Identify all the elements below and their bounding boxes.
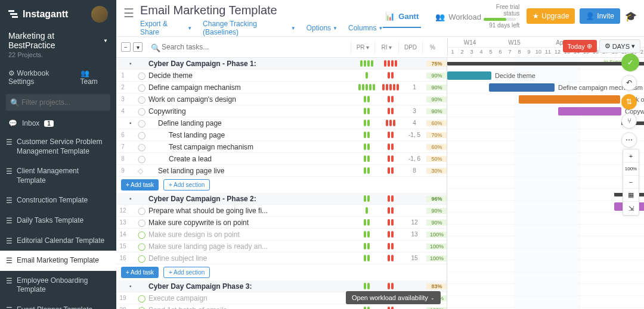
task-row[interactable]: 8◯Create a lead-1, 650% bbox=[116, 153, 447, 165]
add-section-button[interactable]: + Add section bbox=[163, 267, 210, 278]
zoom-in-button[interactable]: + bbox=[623, 149, 639, 163]
more-button[interactable]: ⋯ bbox=[621, 132, 637, 148]
task-row[interactable]: 7◯Test campaign mechanism60% bbox=[116, 141, 447, 153]
workload-availability-button[interactable]: Open workload availability ⌄ bbox=[346, 291, 441, 304]
expand-toggle[interactable]: ▪ bbox=[129, 60, 138, 67]
header-menu-item[interactable]: Options ▼ bbox=[306, 20, 338, 36]
complete-icon[interactable]: ◇ bbox=[138, 167, 147, 175]
user-avatar[interactable] bbox=[91, 6, 108, 23]
task-bar[interactable]: Decide theme bbox=[447, 71, 491, 80]
project-title: Email Marketing Template bbox=[140, 4, 383, 17]
header-menu-item[interactable]: Columns ▼ bbox=[348, 20, 383, 36]
complete-icon[interactable]: ◯ bbox=[138, 207, 147, 215]
complete-icon[interactable]: ◯ bbox=[138, 219, 147, 227]
sidebar-project-item[interactable]: ☰Event Planner Template bbox=[0, 300, 116, 309]
task-row[interactable]: 2◯Define campaign mechanism190% bbox=[116, 82, 447, 93]
gantt-chart[interactable]: In Sync Cyber Day Campaign - PhDecide th… bbox=[447, 58, 644, 309]
column-percent[interactable]: % bbox=[422, 40, 442, 54]
days-scale-button[interactable]: ⚙ DAYS ▾ bbox=[599, 39, 640, 53]
gantt-row: Make sure design bbox=[447, 224, 644, 236]
complete-icon[interactable]: ◯ bbox=[138, 242, 147, 251]
undo-button[interactable]: ↶ bbox=[621, 75, 637, 90]
graduation-icon[interactable]: 🎓 bbox=[625, 11, 637, 22]
expand-toggle[interactable]: ▪ bbox=[129, 195, 138, 202]
task-bar[interactable]: Work on campaign's design bbox=[519, 95, 620, 104]
complete-icon[interactable]: ◯ bbox=[138, 131, 147, 139]
complete-icon[interactable]: ◯ bbox=[138, 143, 147, 151]
task-row[interactable]: ▪◯Define landing page460% bbox=[116, 117, 447, 129]
task-row[interactable]: 3◯Work on campaign's design90% bbox=[116, 93, 447, 105]
search-tasks-input[interactable] bbox=[148, 39, 348, 55]
task-bar[interactable]: Copywriting bbox=[558, 107, 621, 116]
section-row[interactable]: ▪Cyber Day Campaign - Phase 1:75% bbox=[116, 58, 447, 70]
tab-gantt[interactable]: 📊 Gantt bbox=[383, 8, 421, 28]
sidebar-project-item[interactable]: ☰Daily Tasks Template bbox=[0, 211, 116, 231]
expand-all-button[interactable]: ▾ bbox=[133, 42, 143, 52]
zoom-out-button[interactable]: − bbox=[623, 176, 639, 189]
task-name: Make sure landing page is ready an... bbox=[147, 242, 355, 251]
task-row[interactable]: 13◯Make sure copywrite is on point1290% bbox=[116, 217, 447, 229]
gantt-row: Decide theme bbox=[447, 70, 644, 82]
calendar-button[interactable]: ▦ bbox=[623, 189, 639, 202]
add-task-button[interactable]: + Add task bbox=[121, 267, 159, 278]
workbook-settings-link[interactable]: ⚙ Workbook Settings bbox=[8, 69, 76, 86]
workspace-selector[interactable]: Marketing at BestPractice▼ bbox=[8, 31, 108, 50]
column-dpd[interactable]: DPD bbox=[398, 40, 422, 54]
section-row[interactable]: ▪Cyber Day Campaign - Phase 2:96% bbox=[116, 193, 447, 205]
menu-icon[interactable]: ☰ bbox=[123, 4, 134, 20]
complete-icon[interactable]: ◯ bbox=[138, 306, 147, 310]
add-section-button[interactable]: + Add section bbox=[163, 179, 210, 191]
complete-icon[interactable]: ◯ bbox=[138, 254, 147, 263]
header-menu-item[interactable]: Change Tracking (Baselines) ▼ bbox=[203, 20, 296, 36]
upgrade-button[interactable]: ★ Upgrade bbox=[527, 8, 575, 24]
risk-dots bbox=[379, 96, 402, 102]
sidebar-project-item[interactable]: ☰Editorial Calendar Template bbox=[0, 231, 116, 251]
column-pr[interactable]: PR ▾ bbox=[351, 40, 374, 54]
add-task-button[interactable]: + Add task bbox=[121, 179, 159, 191]
sidebar-project-item[interactable]: ☰Construction Template bbox=[0, 191, 116, 211]
inbox-link[interactable]: 💬 Inbox 1 bbox=[0, 114, 116, 132]
task-row[interactable]: 16◯Define subject line15100% bbox=[116, 252, 447, 264]
task-name: Cyber Day Campaign Phase 3: bbox=[147, 282, 355, 291]
sort-button[interactable]: ⇅ bbox=[621, 94, 637, 110]
task-row[interactable]: 1◯Decide theme90% bbox=[116, 70, 447, 82]
today-button[interactable]: Today ⊕ bbox=[563, 40, 597, 52]
team-link[interactable]: 👥 Team bbox=[80, 69, 109, 86]
invite-button[interactable]: 👤 Invite bbox=[580, 8, 620, 24]
header-menu-item[interactable]: Export & Share ▼ bbox=[140, 20, 192, 36]
complete-icon[interactable]: ◯ bbox=[138, 119, 147, 127]
task-row[interactable]: 4◯Copywriting390% bbox=[116, 105, 447, 117]
branch-button[interactable]: ⑂ bbox=[621, 113, 637, 129]
task-bar[interactable]: Define campaign mechanism bbox=[489, 83, 555, 92]
task-row[interactable]: 9◇Set landing page live830% bbox=[116, 165, 447, 177]
sidebar-project-item[interactable]: ☰Customer Service Problem Management Tem… bbox=[0, 132, 116, 161]
section-bar[interactable]: Cyber Day Campaign - Ph bbox=[447, 62, 644, 65]
task-row[interactable]: 12◯Prepare what should be going live fi.… bbox=[116, 205, 447, 217]
task-row[interactable]: 20◯Send 1st batch of emails100% bbox=[116, 304, 447, 309]
task-row[interactable]: 6◯Test landing page-1, 570% bbox=[116, 129, 447, 141]
collapse-all-button[interactable]: − bbox=[121, 42, 131, 52]
tab-workload[interactable]: 👥 Workload bbox=[433, 8, 484, 28]
percent-cell: 60% bbox=[426, 120, 447, 126]
complete-icon[interactable]: ◯ bbox=[138, 294, 147, 302]
section-row[interactable]: ▪Cyber Day Campaign Phase 3:83% bbox=[116, 280, 447, 292]
complete-icon[interactable]: ◯ bbox=[138, 107, 147, 116]
expand-toggle[interactable]: ▪ bbox=[129, 283, 138, 289]
column-ri[interactable]: RI ▾ bbox=[374, 40, 398, 54]
expand-toggle[interactable]: ▪ bbox=[129, 120, 138, 126]
day-label: 1 bbox=[448, 48, 457, 56]
sidebar-project-item[interactable]: ☰Employee Onboarding Template bbox=[0, 271, 116, 300]
complete-icon[interactable]: ◯ bbox=[138, 71, 147, 80]
complete-icon[interactable]: ◯ bbox=[138, 230, 147, 239]
complete-icon[interactable]: ◯ bbox=[138, 83, 147, 92]
risk-dots bbox=[379, 195, 402, 202]
sync-ok-button[interactable]: ✓ bbox=[621, 54, 639, 71]
complete-icon[interactable]: ◯ bbox=[138, 155, 147, 163]
complete-icon[interactable]: ◯ bbox=[138, 95, 147, 104]
filter-projects-input[interactable] bbox=[6, 94, 110, 111]
task-row[interactable]: 15◯Make sure landing page is ready an...… bbox=[116, 241, 447, 252]
sidebar-project-item[interactable]: ☰Client Management Template bbox=[0, 161, 116, 191]
sidebar-project-item[interactable]: ☰Email Marketing Template bbox=[0, 251, 116, 271]
task-row[interactable]: 14◯Make sure design is on point13100% bbox=[116, 229, 447, 241]
fit-button[interactable]: ⇲ bbox=[623, 202, 639, 215]
